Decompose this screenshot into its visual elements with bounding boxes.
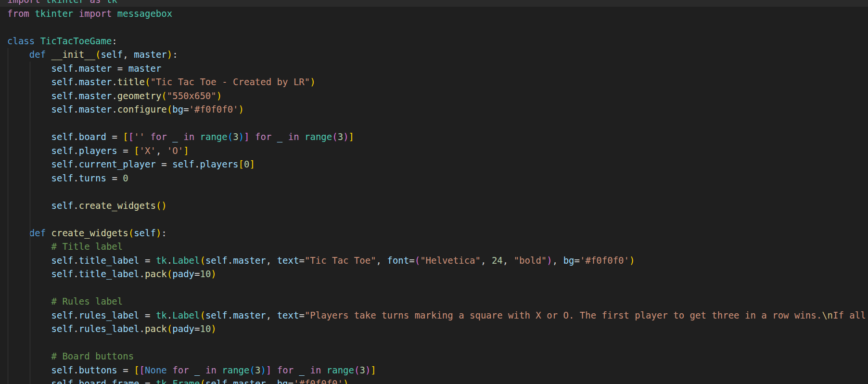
token-pu: .	[112, 104, 117, 115]
token-kw: for	[255, 131, 271, 142]
token-ty: Label	[172, 255, 200, 266]
token-b3: (	[250, 365, 255, 375]
token-pu: ,	[266, 378, 277, 384]
token-pu: .	[73, 90, 78, 101]
token-pu: =	[156, 159, 172, 169]
token-pu: .	[73, 131, 78, 142]
code-line[interactable]: self.master.configure(bg='#f0f0f0')	[0, 102, 868, 116]
code-line[interactable]: # Rules label	[0, 294, 868, 308]
token-va: pady	[172, 269, 194, 279]
token-fn: geometry	[117, 90, 162, 101]
token-b1: (	[200, 310, 205, 320]
code-line[interactable]: self.buttons = [[None for _ in range(3)]…	[0, 363, 868, 377]
token-pu	[7, 351, 51, 361]
token-pu	[7, 90, 51, 101]
token-pu: .	[73, 365, 78, 375]
token-pu	[7, 63, 51, 74]
code-line[interactable]: self.create_widgets()	[0, 199, 868, 213]
token-va: buttons	[79, 365, 117, 375]
code-line[interactable]: class TicTacToeGame:	[0, 34, 868, 48]
token-pu: .	[73, 159, 78, 169]
token-ty: Label	[172, 310, 200, 320]
token-pu	[271, 131, 277, 142]
code-line[interactable]	[0, 185, 868, 199]
token-b1: (	[200, 255, 205, 266]
token-ty: TicTacToeGame	[40, 36, 112, 46]
token-fn: __init__	[51, 49, 96, 60]
code-line[interactable]: # Board buttons	[0, 349, 868, 363]
token-va: _	[277, 131, 282, 142]
token-kw: as	[90, 0, 106, 5]
code-line[interactable]: self.title_label = tk.Label(self.master,…	[0, 254, 868, 268]
code-line[interactable]: self.rules_label.pack(pady=10)	[0, 322, 868, 336]
token-kw: for	[172, 365, 189, 375]
code-line[interactable]: from tkinter import messagebox	[0, 7, 868, 21]
token-va: self	[51, 131, 74, 142]
token-pu: .	[167, 310, 172, 320]
token-pu: =	[140, 378, 156, 384]
token-pu	[282, 131, 288, 142]
code-line[interactable]: self.master = master	[0, 62, 868, 76]
token-kw: from	[7, 8, 35, 19]
code-line[interactable]	[0, 281, 868, 295]
code-line[interactable]: self.current_player = self.players[0]	[0, 157, 868, 171]
token-nu: 0	[244, 159, 249, 169]
token-b2: ]	[244, 131, 249, 142]
token-pu: .	[112, 77, 117, 87]
token-va: self	[51, 323, 74, 334]
token-b1: (	[167, 269, 172, 279]
token-b1: (	[167, 104, 172, 115]
token-pu: .	[73, 269, 78, 279]
token-va: rules_label	[79, 310, 140, 320]
code-line[interactable]	[0, 20, 868, 34]
code-line[interactable]: def __init__(self, master):	[0, 48, 868, 62]
code-area[interactable]: import tkinter as tkfrom tkinter import …	[0, 0, 868, 384]
token-b1: (	[200, 378, 205, 384]
code-line[interactable]: self.rules_label = tk.Label(self.master,…	[0, 308, 868, 322]
token-pu	[7, 241, 51, 252]
token-va: current_player	[79, 159, 156, 169]
token-pu	[217, 365, 222, 375]
code-line[interactable]: # Title label	[0, 240, 868, 254]
token-b2: )	[343, 131, 348, 142]
token-kw: in	[310, 365, 321, 375]
code-line[interactable]: self.board = [['' for _ in range(3)] for…	[0, 130, 868, 144]
token-st: "Tic Tac Toe - Created by LR"	[150, 77, 310, 87]
code-line[interactable]: self.board_frame = tk.Frame(self.master,…	[0, 377, 868, 384]
token-pu: .	[73, 173, 78, 183]
token-pu: ,	[123, 49, 134, 60]
token-st: '#f0f0f0'	[189, 104, 239, 115]
token-pu: :	[161, 228, 166, 238]
code-line[interactable]: def create_widgets(self):	[0, 226, 868, 240]
token-va: self	[51, 173, 74, 183]
code-line[interactable]	[0, 212, 868, 226]
token-b1: )	[156, 228, 161, 238]
code-line[interactable]: self.master.title("Tic Tac Toe - Created…	[0, 75, 868, 89]
token-pu: ,	[266, 310, 277, 320]
token-va: title_label	[79, 269, 140, 279]
token-pu: ,	[266, 255, 277, 266]
token-va: _	[194, 365, 200, 375]
token-b2: )	[547, 255, 552, 266]
token-kw2: None	[145, 365, 167, 375]
code-line[interactable]: self.title_label.pack(pady=10)	[0, 267, 868, 281]
code-line[interactable]	[0, 116, 868, 130]
token-pu	[7, 365, 51, 375]
code-line-current[interactable]: import tkinter as tk	[0, 0, 868, 7]
token-b1: [	[134, 145, 139, 156]
token-va: self	[205, 378, 228, 384]
token-b3: (	[228, 131, 233, 142]
code-line[interactable]: self.turns = 0	[0, 171, 868, 185]
token-nu: 0	[123, 173, 128, 183]
token-b1: (	[128, 228, 134, 238]
token-va: master	[134, 49, 167, 60]
token-ty: Frame	[172, 378, 200, 384]
token-pu	[167, 365, 172, 375]
code-line[interactable]	[0, 336, 868, 350]
code-line[interactable]: self.master.geometry("550x650")	[0, 89, 868, 103]
token-ty: range	[222, 365, 249, 375]
code-line[interactable]: self.players = ['X', 'O']	[0, 144, 868, 158]
token-b2: ]	[266, 365, 271, 375]
token-b1: ]	[183, 145, 189, 156]
token-pu: .	[73, 255, 78, 266]
